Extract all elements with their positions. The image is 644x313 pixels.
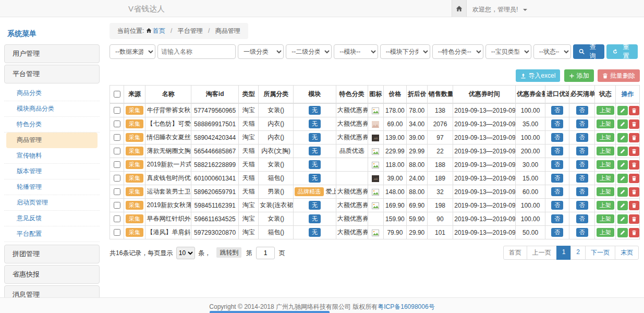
pager-button-2[interactable]: 2 (570, 246, 586, 260)
jump-button[interactable]: 跳转到 (216, 247, 241, 258)
row-checkbox[interactable] (114, 107, 120, 114)
must-buy-toggle[interactable]: 否 (576, 201, 588, 210)
status-toggle[interactable]: 上架 (597, 160, 614, 170)
must-buy-toggle[interactable]: 否 (576, 106, 588, 115)
import-select-toggle[interactable]: 否 (551, 147, 563, 156)
pager-button-上一页[interactable]: 上一页 (527, 246, 557, 260)
delete-button[interactable] (629, 214, 639, 224)
edit-button[interactable] (617, 228, 628, 237)
filter-select-0[interactable]: --数据来源-- (110, 44, 155, 59)
sidebar-item-平台配置[interactable]: 平台配置 (4, 226, 100, 242)
status-toggle[interactable]: 上架 (597, 106, 614, 115)
sidebar-item-模块商品分类[interactable]: 模块商品分类 (4, 101, 100, 117)
sidebar-item-商品管理[interactable]: 商品管理 (6, 133, 98, 148)
sidebar-group-拼团管理[interactable]: 拼团管理 (4, 245, 100, 263)
batch-delete-button[interactable]: 批量删除 (598, 69, 640, 82)
must-buy-toggle[interactable]: 否 (576, 214, 588, 224)
delete-button[interactable] (629, 119, 639, 129)
row-checkbox[interactable] (114, 175, 120, 182)
import-select-toggle[interactable]: 否 (551, 174, 563, 183)
delete-button[interactable] (629, 133, 639, 142)
import-select-toggle[interactable]: 否 (551, 119, 563, 129)
row-checkbox[interactable] (114, 188, 120, 195)
must-buy-toggle[interactable]: 否 (576, 160, 588, 170)
filter-select-4[interactable]: --模块-- (334, 44, 378, 59)
row-checkbox[interactable] (114, 121, 120, 127)
pager-button-下一页[interactable]: 下一页 (585, 246, 615, 260)
pager-button-首页[interactable]: 首页 (503, 246, 527, 260)
reset-button[interactable]: 重置 (606, 44, 638, 59)
edit-button[interactable] (617, 201, 628, 210)
filter-select-2[interactable]: 一级分类 (238, 44, 284, 59)
sidebar-item-轮播管理[interactable]: 轮播管理 (4, 179, 100, 195)
status-toggle[interactable]: 上架 (597, 133, 614, 142)
edit-button[interactable] (617, 106, 628, 115)
delete-button[interactable] (629, 147, 639, 156)
import-select-toggle[interactable]: 否 (551, 228, 563, 237)
sidebar-group-平台管理[interactable]: 平台管理 (4, 65, 100, 83)
page-size-select[interactable]: 10 (176, 247, 195, 259)
delete-button[interactable] (629, 228, 639, 237)
select-all-checkbox[interactable] (114, 91, 120, 98)
status-toggle[interactable]: 上架 (597, 201, 614, 210)
breadcrumb-home-link[interactable]: 首页 (153, 27, 165, 34)
sidebar-item-商品分类[interactable]: 商品分类 (4, 86, 100, 101)
icp-link[interactable]: 粤ICP备16098006号 (378, 303, 434, 310)
must-buy-toggle[interactable]: 否 (576, 174, 588, 183)
pager-button-1[interactable]: 1 (556, 246, 572, 260)
edit-button[interactable] (617, 147, 628, 156)
row-checkbox[interactable] (114, 148, 120, 154)
sidebar-item-版本管理[interactable]: 版本管理 (4, 164, 100, 179)
row-checkbox[interactable] (114, 202, 120, 209)
must-buy-toggle[interactable]: 否 (576, 133, 588, 142)
must-buy-toggle[interactable]: 否 (576, 147, 588, 156)
edit-button[interactable] (617, 133, 628, 142)
delete-button[interactable] (629, 174, 639, 183)
status-toggle[interactable]: 上架 (597, 119, 614, 129)
filter-select-7[interactable]: --宝贝类型-- (485, 44, 531, 59)
sidebar-item-意见反馈[interactable]: 意见反馈 (4, 211, 100, 226)
import-select-toggle[interactable]: 否 (551, 187, 563, 197)
status-toggle[interactable]: 上架 (597, 228, 614, 237)
filter-select-5[interactable]: --模块下分类-- (380, 44, 430, 59)
edit-button[interactable] (617, 214, 628, 224)
status-toggle[interactable]: 上架 (597, 147, 614, 156)
edit-button[interactable] (617, 187, 628, 197)
search-button[interactable]: 查询 (573, 44, 604, 59)
import-excel-button[interactable]: 导入excel (516, 69, 560, 82)
delete-button[interactable] (629, 201, 639, 210)
import-select-toggle[interactable]: 否 (551, 106, 563, 115)
edit-button[interactable] (617, 119, 628, 129)
filter-select-3[interactable]: --二级分类-- (286, 44, 332, 59)
sidebar-group-用户管理[interactable]: 用户管理 (4, 44, 100, 63)
home-button[interactable] (452, 0, 467, 17)
edit-button[interactable] (617, 174, 628, 183)
must-buy-toggle[interactable]: 否 (576, 187, 588, 197)
row-checkbox[interactable] (114, 229, 120, 236)
add-button[interactable]: 添加 (564, 69, 594, 82)
import-select-toggle[interactable]: 否 (551, 201, 563, 210)
filter-select-8[interactable]: --状态-- (533, 44, 571, 59)
status-toggle[interactable]: 上架 (597, 187, 614, 197)
jump-page-input[interactable] (256, 247, 275, 259)
sidebar-item-特色分类[interactable]: 特色分类 (4, 117, 100, 133)
must-buy-toggle[interactable]: 否 (576, 228, 588, 237)
delete-button[interactable] (629, 187, 639, 197)
sidebar-item-宣传物料[interactable]: 宣传物料 (4, 148, 100, 164)
pager-button-末页[interactable]: 末页 (615, 246, 639, 260)
delete-button[interactable] (629, 160, 639, 170)
row-checkbox[interactable] (114, 134, 120, 141)
import-select-toggle[interactable]: 否 (551, 214, 563, 224)
row-checkbox[interactable] (114, 215, 120, 222)
import-select-toggle[interactable]: 否 (551, 160, 563, 170)
filter-select-6[interactable]: --特色分类-- (432, 44, 483, 59)
row-checkbox[interactable] (114, 161, 120, 168)
delete-button[interactable] (629, 106, 639, 115)
sidebar-group-省惠快报[interactable]: 省惠快报 (4, 265, 100, 284)
status-toggle[interactable]: 上架 (597, 214, 614, 224)
edit-button[interactable] (617, 160, 628, 170)
status-toggle[interactable]: 上架 (597, 174, 614, 183)
must-buy-toggle[interactable]: 否 (576, 119, 588, 129)
sidebar-item-启动页管理[interactable]: 启动页管理 (4, 195, 100, 211)
import-select-toggle[interactable]: 否 (551, 133, 563, 142)
